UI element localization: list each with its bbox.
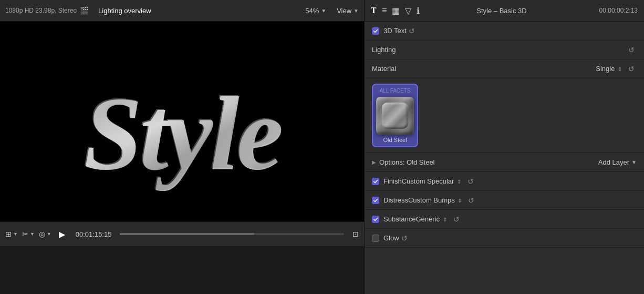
add-layer-chevron-icon: ▼ bbox=[631, 159, 637, 165]
material-item-old-steel[interactable]: ALL FACETS Old Steel bbox=[372, 84, 418, 147]
substance-arrows-icon: ⇕ bbox=[443, 217, 447, 222]
zoom-value: 54% bbox=[305, 7, 319, 15]
distress-value: Custom Bumps ⇕ bbox=[408, 196, 462, 204]
text-format-icon[interactable]: 𝐓 bbox=[371, 6, 377, 15]
speed-chevron-icon: ▼ bbox=[47, 231, 51, 237]
material-reset-button[interactable]: ↺ bbox=[626, 65, 637, 73]
material-name: Old Steel bbox=[383, 137, 407, 143]
clip-icon: 🎬 bbox=[80, 6, 89, 15]
finish-value: Custom Specular ⇕ bbox=[402, 177, 461, 185]
bottom-controls: ⊞ ▼ ✂ ▼ ◎ ▼ ▶ 00:01:15:15 ⊡ bbox=[0, 221, 364, 246]
info-icon[interactable]: ℹ bbox=[417, 6, 420, 16]
glow-checkbox-label: Glow bbox=[372, 234, 399, 242]
row-glow: Glow ↺ bbox=[365, 229, 644, 248]
view-label: View bbox=[337, 7, 351, 15]
options-row[interactable]: ▶ Options: Old Steel Add Layer ▼ bbox=[365, 153, 644, 172]
material-grid: ALL FACETS Old Steel bbox=[372, 84, 637, 147]
options-label: ▶ Options: Old Steel bbox=[372, 158, 598, 166]
video-spec-text: 1080p HD 23.98p, Stereo bbox=[5, 7, 77, 14]
style-text-graphic: Style Style bbox=[25, 22, 340, 221]
options-text: Options: Old Steel bbox=[379, 158, 435, 166]
timecode-display: 00:01:15:15 bbox=[76, 230, 112, 238]
glow-reset-button[interactable]: ↺ bbox=[399, 234, 410, 242]
zoom-control[interactable]: 54% ▼ bbox=[305, 7, 326, 15]
substance-value: Generic ⇕ bbox=[416, 215, 446, 223]
main-content: Style Style ⊞ ▼ ✂ ▼ ◎ ▼ ▶ 00:01:15:15 bbox=[0, 22, 644, 294]
material-label: Material bbox=[372, 65, 596, 73]
substance-reset-button[interactable]: ↺ bbox=[451, 215, 462, 224]
material-thumbnail-inner bbox=[382, 103, 408, 129]
row-substance: Substance Generic ⇕ ↺ bbox=[365, 210, 644, 229]
row-material: Material Single ⇕ ↺ bbox=[365, 59, 644, 78]
triangle-icon: ▶ bbox=[372, 159, 376, 165]
lighting-label: Lighting bbox=[372, 46, 626, 54]
timecode-fill bbox=[120, 233, 254, 235]
layout-chevron-icon: ▼ bbox=[13, 231, 18, 237]
finish-check-icon bbox=[373, 179, 378, 184]
top-bar-left: 1080p HD 23.98p, Stereo 🎬 Lighting overv… bbox=[0, 6, 364, 15]
check-icon bbox=[373, 28, 378, 34]
distress-reset-button[interactable]: ↺ bbox=[466, 196, 476, 205]
video-canvas: Style Style bbox=[0, 22, 364, 221]
view-control[interactable]: View ▼ bbox=[337, 7, 359, 15]
substance-checkbox[interactable] bbox=[372, 216, 379, 223]
top-bar-right: 𝐓 ≡ ▦ ▽ ℹ Style – Basic 3D 00:00:00:2:13 bbox=[364, 0, 644, 21]
3d-text-label: 3D Text bbox=[383, 27, 407, 35]
row-3d-text: 3D Text ↺ bbox=[365, 22, 644, 40]
lighting-reset-button[interactable]: ↺ bbox=[626, 46, 637, 54]
timecode-bar[interactable] bbox=[120, 233, 344, 235]
substance-checkbox-label: Substance bbox=[372, 215, 416, 223]
row-finish: Finish Custom Specular ⇕ ↺ bbox=[365, 172, 644, 191]
material-thumbnail bbox=[376, 97, 414, 135]
material-section: ALL FACETS Old Steel bbox=[365, 78, 644, 153]
filter-icon[interactable]: ▽ bbox=[405, 6, 411, 16]
zoom-chevron-icon: ▼ bbox=[321, 8, 326, 14]
toolbar-icons: 𝐓 ≡ ▦ ▽ ℹ bbox=[371, 6, 420, 16]
video-info: 1080p HD 23.98p, Stereo 🎬 bbox=[5, 6, 89, 15]
view-chevron-icon: ▼ bbox=[354, 8, 359, 14]
panel-title: Style – Basic 3D bbox=[476, 7, 526, 15]
project-title: Lighting overview bbox=[98, 7, 151, 15]
lines-icon[interactable]: ≡ bbox=[382, 6, 387, 15]
trim-chevron-icon: ▼ bbox=[30, 231, 35, 237]
panel-timecode: 00:00:00:2:13 bbox=[599, 7, 638, 14]
all-facets-label: ALL FACETS bbox=[379, 88, 410, 94]
row-lighting: Lighting ↺ bbox=[365, 40, 644, 59]
finish-checkbox-label: Finish bbox=[372, 177, 402, 185]
speed-icon: ◎ bbox=[39, 230, 45, 238]
distress-checkbox-label: Distress bbox=[372, 196, 408, 204]
right-panel: 3D Text ↺ Lighting ↺ Material Single ⇕ ↺… bbox=[364, 22, 644, 294]
layout-button[interactable]: ⊞ ▼ bbox=[5, 230, 18, 238]
distress-arrows-icon: ⇕ bbox=[458, 198, 462, 204]
material-arrows-icon: ⇕ bbox=[618, 66, 622, 72]
top-bar: 1080p HD 23.98p, Stereo 🎬 Lighting overv… bbox=[0, 0, 644, 22]
3d-text-checkbox-label: 3D Text bbox=[372, 27, 407, 35]
add-layer-button[interactable]: Add Layer ▼ bbox=[598, 158, 637, 166]
3d-text-reset-button[interactable]: ↺ bbox=[407, 27, 417, 35]
finish-label: Finish bbox=[383, 177, 402, 185]
glow-label: Glow bbox=[383, 234, 399, 242]
3d-text-checkbox[interactable] bbox=[372, 27, 379, 35]
video-preview: Style Style bbox=[0, 22, 364, 221]
trim-button[interactable]: ✂ ▼ bbox=[22, 230, 35, 238]
video-section: Style Style ⊞ ▼ ✂ ▼ ◎ ▼ ▶ 00:01:15:15 bbox=[0, 22, 364, 294]
fullscreen-button[interactable]: ⊡ bbox=[352, 230, 359, 238]
material-value: Single ⇕ bbox=[596, 65, 622, 73]
play-button[interactable]: ▶ bbox=[59, 229, 65, 239]
finish-checkbox[interactable] bbox=[372, 178, 379, 185]
distress-checkbox[interactable] bbox=[372, 197, 379, 204]
distress-check-icon bbox=[373, 198, 378, 203]
layout-icon: ⊞ bbox=[5, 230, 12, 238]
finish-arrows-icon: ⇕ bbox=[457, 179, 461, 185]
add-layer-label: Add Layer bbox=[598, 158, 629, 166]
grid-icon[interactable]: ▦ bbox=[392, 6, 400, 16]
glow-checkbox[interactable] bbox=[372, 235, 379, 242]
substance-check-icon bbox=[373, 217, 378, 222]
svg-text:Style: Style bbox=[82, 74, 280, 190]
trim-icon: ✂ bbox=[22, 230, 28, 238]
finish-reset-button[interactable]: ↺ bbox=[465, 177, 476, 186]
distress-label: Distress bbox=[383, 196, 408, 204]
row-distress: Distress Custom Bumps ⇕ ↺ bbox=[365, 191, 644, 210]
speed-button[interactable]: ◎ ▼ bbox=[39, 230, 51, 238]
substance-label: Substance bbox=[383, 215, 416, 223]
